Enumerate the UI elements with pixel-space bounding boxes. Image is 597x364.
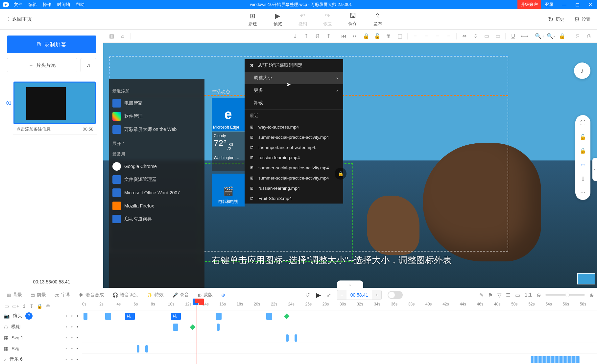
redo-button[interactable]: ↷恢复 [323,12,332,27]
more-icon[interactable]: ⋯ [579,188,587,196]
track-label-blur[interactable]: ◌模糊••• [0,321,82,332]
keyframe[interactable] [190,325,196,330]
music-fab-button[interactable]: ♪ [574,62,590,79]
filter-icon[interactable]: ▽ [497,292,501,298]
undo-button[interactable]: ↶撤销 [298,12,307,27]
clip[interactable] [84,313,87,320]
history-button[interactable]: ↻历史 [548,15,564,23]
download-icon[interactable]: ⤓ [290,32,300,41]
timeline-ruler[interactable]: 0s2s4s6s8s10s12s14s16s18s20s22s24s26s28s… [82,302,597,310]
track-lens[interactable]: 镜 镜 [82,310,597,321]
intro-outro-button[interactable]: ＋片头片尾 [7,58,77,72]
fullscreen-icon[interactable]: ⛶ [579,119,587,127]
align-right-icon[interactable]: ≡ [433,32,442,41]
timeline-expand-icon[interactable]: ⤢ [327,292,331,298]
down-icon[interactable]: ↧ [30,303,34,309]
ratio-icon[interactable]: 1:1 [525,292,532,298]
cm-uninstall[interactable]: 卸载 [245,97,343,109]
skip-start-icon[interactable]: ⏮ [339,32,349,41]
ungroup-icon[interactable]: ▭ [493,32,503,41]
cm-file-item[interactable]: 🗎russian-learning.mp4 [245,153,343,163]
playhead-handle-red[interactable] [199,299,204,305]
save-button[interactable]: 🖫保存 [348,12,357,27]
spacing-icon[interactable]: ⟷ [519,32,529,41]
time-minus-button[interactable]: − [337,290,346,300]
music-library-button[interactable]: ♫ [81,58,96,72]
cm-file-item[interactable]: 🗎summer-social-practice-activity.mp4 [245,132,343,142]
timeline-play-icon[interactable]: ▶ [316,291,321,299]
edit-icon[interactable]: ✎ [479,292,484,298]
clip[interactable] [173,324,178,331]
cm-more[interactable]: 更多› [245,84,343,97]
tab-fx[interactable]: ✨特效 [144,290,167,300]
right-edge-tab[interactable]: ‹ [592,158,597,181]
playhead[interactable] [197,302,197,364]
zoom-out-tl-icon[interactable]: ⊖ [537,292,541,298]
clip[interactable] [295,334,297,342]
window-close-icon[interactable]: ✕ [584,2,597,7]
clip[interactable] [217,324,220,331]
group-icon[interactable]: ▭ [482,32,491,41]
lock-zoom-icon[interactable]: 🔒 [557,32,567,41]
upgrade-button[interactable]: 升级账户 [517,0,541,9]
settings-button[interactable]: ⚙设置 [574,15,590,23]
trash-icon[interactable]: 🗑 [384,32,394,41]
timeline-rewind-icon[interactable]: ↺ [305,291,310,299]
align-middle-icon[interactable]: ⇵ [312,32,322,41]
distribute-v-icon[interactable]: ⇕ [470,32,480,41]
lock2-icon[interactable]: 🔒 [579,147,587,155]
folder-plus-icon[interactable]: ▭+ [12,303,19,309]
align-justify-icon[interactable]: ≡ [444,32,454,41]
marker-icon[interactable]: ⚑ [488,292,493,298]
expand-down-button[interactable]: ⌄ [337,280,363,288]
new-button[interactable]: ⊞新建 [249,12,257,27]
tab-record-audio[interactable]: 🎤录音 [169,290,192,300]
record-screen-button[interactable]: ⧉ 录制屏幕 [7,36,96,53]
skip-end-icon[interactable]: ⏭ [350,32,360,41]
crop-icon[interactable]: ◫ [395,32,405,41]
menu-timeline[interactable]: 时间轴 [57,2,70,8]
tab-background[interactable]: ▧背景 [3,290,25,300]
list-icon[interactable]: ☰ [506,292,511,298]
unlock-icon[interactable]: 🔓 [372,32,382,41]
cm-file-item[interactable]: 🗎summer-social-practice-activity.mp4 [245,173,343,183]
lock-track-icon[interactable]: 🔒 [37,303,42,309]
clip[interactable] [137,345,139,352]
window-minimize-icon[interactable]: — [558,2,571,7]
home-icon[interactable]: ⌂ [118,32,128,41]
tab-more[interactable]: ⊕ [218,290,228,300]
align-bottom-icon[interactable]: ⤒ [323,32,333,41]
zoom-slider[interactable] [545,294,585,296]
stage-lock-icon[interactable]: 🔒 [335,168,346,180]
align-center-icon[interactable]: ≡ [421,32,431,41]
clip[interactable] [105,313,111,320]
menu-action[interactable]: 操作 [43,2,51,8]
track-label-lens[interactable]: 📷镜头?••• [0,310,82,321]
layout-icon[interactable]: ▥ [107,32,116,41]
snap-toggle[interactable] [388,291,403,299]
visibility-icon[interactable]: 👁 [46,303,50,309]
track-svg1[interactable] [82,332,597,343]
menu-edit[interactable]: 编辑 [28,2,37,8]
track-label-music[interactable]: ♪音乐 6••• [0,354,82,364]
time-plus-button[interactable]: + [372,290,381,300]
pip-thumbnail[interactable] [577,273,595,284]
canvas-stage[interactable]: 最近添加 电脑管家 软件管理 万彩录屏大师 on the Web 展开 ˅ 最常… [103,43,597,288]
window-maximize-icon[interactable]: ▢ [571,2,584,7]
clip-label[interactable]: 镜 [171,313,181,320]
unlock2-icon[interactable]: 🔓 [579,133,587,141]
preview-button[interactable]: ▶预览 [274,12,282,27]
copy-icon[interactable]: ⎘ [573,32,583,41]
tab-tts[interactable]: 🗣语音合成 [76,290,107,300]
tab-subtitle[interactable]: cc字幕 [51,290,74,300]
keyframe[interactable] [284,314,290,319]
tab-foreground[interactable]: ▤前景 [27,290,49,300]
zoom-in-tl-icon[interactable]: ⊕ [589,292,594,298]
up-icon[interactable]: ↥ [22,303,26,309]
cm-file-item[interactable]: 🗎Fruit-Store3.mp4 [245,193,343,204]
clip-caption[interactable]: 点击添加备注信息 [16,126,51,132]
cm-file-item[interactable]: 🗎way-to-success.mp4 [245,122,343,132]
paste-icon[interactable]: ⎙ [584,32,594,41]
cm-file-item[interactable]: 🗎the-importance-of-water.mp4. [245,142,343,153]
clip-label[interactable]: 镜 [125,313,135,320]
